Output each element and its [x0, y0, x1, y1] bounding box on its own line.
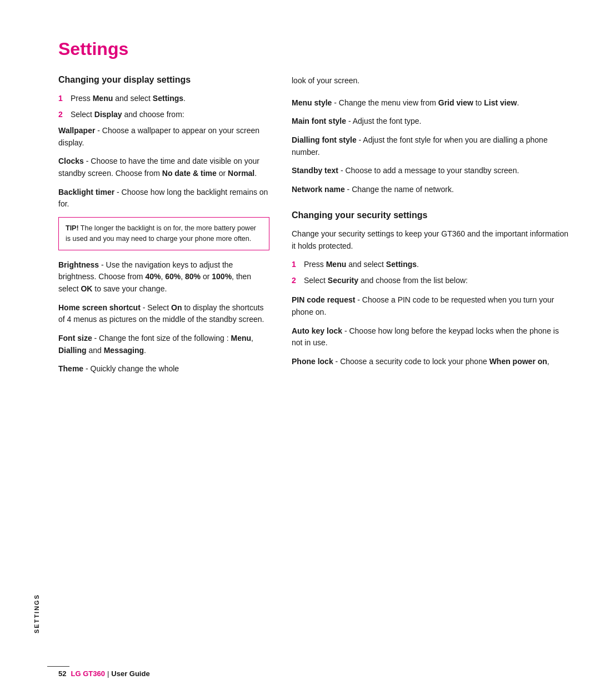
tip-label: TIP! [66, 224, 79, 232]
clocks-desc: Clocks - Choose to have the time and dat… [58, 155, 269, 179]
security-step-number-2: 2 [292, 275, 302, 286]
phone-lock-term: Phone lock [292, 357, 333, 366]
step-1: 1 Press Menu and select Settings. [58, 93, 269, 104]
theme-term: Theme [58, 364, 83, 373]
auto-key-lock-desc: Auto key lock - Choose how long before t… [292, 325, 569, 349]
wallpaper-term: Wallpaper [58, 126, 95, 135]
page-title: Settings [58, 39, 569, 59]
guide-text: User Guide [111, 669, 149, 678]
security-step-2: 2 Select Security and choose from the li… [292, 275, 569, 286]
pin-code-term: PIN code request [292, 295, 355, 304]
step-2: 2 Select Display and choose from: [58, 109, 269, 120]
step-2-text: Select Display and choose from: [71, 109, 184, 120]
dialling-font-style-term: Dialling font style [292, 135, 357, 144]
display-settings-heading: Changing your display settings [58, 75, 269, 85]
network-name-term: Network name [292, 185, 345, 194]
clocks-term: Clocks [58, 157, 84, 165]
font-size-term: Font size [58, 334, 92, 343]
brand-text: LG GT360 [71, 669, 104, 678]
home-screen-shortcut-desc: Home screen shortcut - Select On to disp… [58, 302, 269, 326]
security-step-2-text: Select Security and choose from the list… [304, 275, 468, 286]
theme-continuation: look of your screen. [292, 75, 569, 87]
tip-box: TIP! The longer the backlight is on for,… [58, 217, 269, 250]
divider-line [47, 666, 69, 667]
standby-text-desc: Standby text - Choose to add a message t… [292, 165, 569, 177]
step-number-1: 1 [58, 93, 68, 104]
two-column-layout: Changing your display settings 1 Press M… [58, 75, 569, 382]
settings-sidebar-label: SETTINGS [33, 594, 40, 633]
brightness-desc: Brightness - Use the navigation keys to … [58, 259, 269, 295]
phone-lock-desc: Phone lock - Choose a security code to l… [292, 356, 569, 368]
security-step-1-text: Press Menu and select Settings. [304, 259, 419, 270]
step-number-2: 2 [58, 109, 68, 120]
network-name-desc: Network name - Change the name of networ… [292, 184, 569, 196]
auto-key-lock-term: Auto key lock [292, 326, 342, 335]
security-intro: Change your security settings to keep yo… [292, 228, 569, 252]
page-number: 52 [58, 669, 66, 678]
security-step-number-1: 1 [292, 259, 302, 270]
theme-desc: Theme - Quickly change the whole [58, 363, 269, 375]
standby-text-term: Standby text [292, 166, 338, 175]
menu-style-term: Menu style [292, 98, 332, 107]
home-screen-shortcut-term: Home screen shortcut [58, 303, 141, 312]
backlight-desc: Backlight timer - Choose how long the ba… [58, 187, 269, 210]
main-font-style-term: Main font style [292, 117, 346, 125]
security-settings-heading: Changing your security settings [292, 210, 569, 220]
security-step-1: 1 Press Menu and select Settings. [292, 259, 569, 270]
right-column: look of your screen. Menu style - Change… [292, 75, 569, 382]
brightness-term: Brightness [58, 260, 99, 269]
left-column: Changing your display settings 1 Press M… [58, 75, 269, 382]
menu-style-desc: Menu style - Change the menu view from G… [292, 97, 569, 109]
pin-code-desc: PIN code request - Choose a PIN code to … [292, 294, 569, 318]
backlight-term: Backlight timer [58, 188, 114, 197]
page-container: Settings Changing your display settings … [0, 0, 600, 700]
dialling-font-style-desc: Dialling font style - Adjust the font st… [292, 134, 569, 158]
footer-separator: | [107, 669, 109, 678]
step-1-text: Press Menu and select Settings. [71, 93, 186, 104]
footer-bar: 52 LG GT360 | User Guide [0, 669, 600, 678]
font-size-desc: Font size - Change the font size of the … [58, 333, 269, 356]
wallpaper-desc: Wallpaper - Choose a wallpaper to appear… [58, 125, 269, 149]
content-wrapper: Settings Changing your display settings … [0, 33, 600, 382]
main-font-style-desc: Main font style - Adjust the font type. [292, 115, 569, 128]
